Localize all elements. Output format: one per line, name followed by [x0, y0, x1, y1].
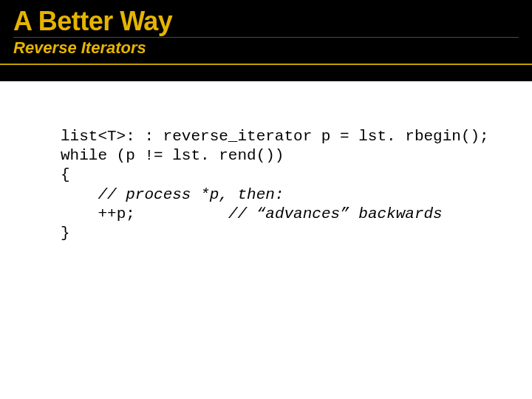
slide-header: A Better Way Reverse Iterators	[0, 0, 532, 65]
code-line: }	[61, 225, 70, 242]
slide-body: list<T>: : reverse_iterator p = lst. rbe…	[0, 81, 532, 244]
slide: A Better Way Reverse Iterators list<T>: …	[0, 0, 532, 399]
code-line: {	[61, 166, 70, 183]
slide-subtitle: Reverse Iterators	[13, 37, 519, 58]
code-line: list<T>: : reverse_iterator p = lst. rbe…	[61, 128, 489, 145]
code-block: list<T>: : reverse_iterator p = lst. rbe…	[61, 127, 525, 244]
code-statement: ++p;	[98, 205, 134, 222]
code-indent	[61, 186, 98, 203]
code-comment: // “advances” backwards	[228, 205, 443, 222]
code-comment: // process *p, then:	[98, 186, 284, 203]
header-accent-band	[0, 65, 532, 81]
code-indent	[61, 205, 98, 222]
code-line: while (p != lst. rend())	[61, 147, 284, 164]
code-gap	[135, 205, 228, 222]
slide-title: A Better Way	[13, 7, 519, 35]
